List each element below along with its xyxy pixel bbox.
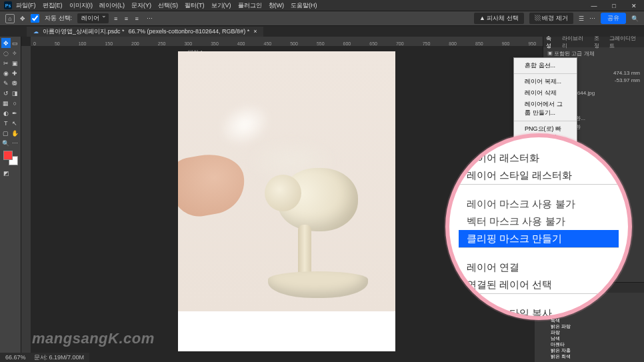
frame-tool[interactable]: ▣ [11, 58, 20, 68]
gradient-tool[interactable]: ▦ [1, 98, 11, 108]
search-icon[interactable]: 🔍 [631, 15, 639, 22]
smart-object-label: ▣ 포함된 고급 개체 [547, 50, 640, 57]
eraser-tool[interactable]: ◨ [11, 88, 20, 98]
main-menubar: Ps 파일(F) 편집(E) 이미지(I) 레이어(L) 문자(Y) 선택(S)… [0, 0, 644, 11]
fan-front-shape [265, 175, 301, 211]
crop-tool[interactable]: ✂ [1, 58, 11, 68]
zoom-level[interactable]: 66.67% [5, 354, 26, 361]
menu-window[interactable]: 창(W) [269, 1, 285, 10]
color-label-item[interactable]: 밝은 회색 [551, 353, 571, 359]
close-button[interactable]: ✕ [624, 0, 644, 11]
lasso-tool[interactable]: ◌ [1, 48, 11, 58]
share-button[interactable]: 공유 [601, 13, 626, 24]
artboard[interactable] [178, 51, 395, 351]
stamp-tool[interactable]: ⛃ [11, 78, 20, 88]
magnified-context-menu: 레이어 래스터화 레이어 스타일 래스터화 레이어 마스크 사용 불가 벡터 마… [445, 133, 632, 320]
blur-tool[interactable]: ○ [11, 98, 20, 108]
marquee-tool[interactable]: ▭ [11, 38, 20, 48]
type-tool[interactable]: T [1, 118, 11, 128]
maximize-button[interactable]: □ [604, 0, 624, 11]
photo-content [178, 51, 395, 311]
auto-select-dropdown[interactable]: 레이어 [77, 13, 109, 23]
mag-create-clipping-mask[interactable]: 클리핑 마스크 만들기 [459, 230, 619, 247]
fan-base-shape [268, 271, 368, 298]
mag-layer-mask-disable[interactable]: 레이어 마스크 사용 불가 [459, 195, 619, 213]
doc-size: 문서: 6.19M/7.00M [34, 353, 85, 362]
remove-bg-button[interactable]: ▧ 배경 제거 [529, 13, 573, 24]
options-bar: ⌂ ✥ 자동 선택: 레이어 ≡ ≡ ≡ ⋯ ▲ 피사체 선택 ▧ 배경 제거 … [0, 11, 644, 26]
status-bar: 66.67% 문서: 6.19M/7.00M [0, 353, 89, 362]
menu-filter[interactable]: 필터(T) [185, 1, 205, 10]
ruler-horizontal: 0501001502002503003504004505005506006507… [31, 37, 543, 46]
mag-vector-mask-disable[interactable]: 벡터 마스크 사용 불가 [459, 213, 619, 230]
tab-close-icon[interactable]: × [253, 28, 257, 35]
home-icon[interactable]: ⌂ [5, 14, 15, 23]
mag-link-layers[interactable]: 레이어 연결 [459, 259, 619, 276]
menu-view[interactable]: 보기(V) [211, 1, 231, 10]
ctx-blend-options[interactable]: 혼합 옵션... [519, 60, 571, 71]
edit-toolbar[interactable]: ⋯ [11, 138, 20, 148]
color-label-item[interactable]: 녹색 [551, 317, 571, 323]
window-controls: — □ ✕ [584, 0, 644, 11]
align-icons[interactable]: ≡ ≡ ≡ [114, 15, 141, 22]
doc-name-2: 66.7% (pexels-cottonbro-8102644, RGB/8#)… [129, 28, 250, 35]
app-icon: Ps [4, 1, 12, 9]
hand-tool[interactable]: ✋ [11, 128, 20, 138]
cloud-icon: ☁ [33, 29, 39, 35]
properties-panel-tabs: 속성 라이브러리 조정 그레이디언트 [543, 37, 644, 47]
pen-tool[interactable]: ✒ [11, 108, 20, 118]
menu-layer[interactable]: 레이어(L) [99, 1, 125, 10]
toolbox: ✥▭ ◌✧ ✂▣ ◉✚ ✎⛃ ↺◨ ▦○ ◐✒ T↖ ▢✋ 🔍⋯ ◩ [0, 37, 21, 362]
dodge-tool[interactable]: ◐ [1, 108, 11, 118]
wand-tool[interactable]: ✧ [11, 48, 20, 58]
color-label-item[interactable]: 파랑 [551, 329, 571, 335]
zoom-tool[interactable]: 🔍 [1, 138, 11, 148]
fan-stem-shape [298, 225, 311, 278]
width-value[interactable]: 474.13 mm [613, 70, 640, 76]
y-value[interactable]: -53.97 mm [615, 77, 640, 83]
color-label-list: 녹색 밝은 파랑 파랑 남색 마젠타 밝은 자홍 밝은 회색 [551, 317, 571, 359]
brush-tool[interactable]: ✎ [1, 78, 11, 88]
auto-select-label: 자동 선택: [45, 14, 72, 23]
document-tab[interactable]: ☁ 아름아영앱_상세페이지.psdc * 66.7% (pexels-cotto… [27, 27, 263, 37]
toolbar-icon-2[interactable]: ⋯ [589, 15, 595, 22]
ctx-duplicate-layer[interactable]: 레이어 복제... [519, 76, 571, 87]
mag-select-linked[interactable]: 연결된 레이어 선택 [459, 276, 619, 293]
menu-help[interactable]: 도움말(H) [291, 1, 317, 10]
watermark-text: mangsangK.com [32, 330, 155, 347]
quick-mask-tool[interactable]: ◩ [1, 168, 11, 178]
minimize-button[interactable]: — [584, 0, 604, 11]
ruler-vertical [21, 46, 31, 362]
move-tool-icon: ✥ [20, 15, 25, 22]
hand-shape [178, 149, 249, 221]
toolbar-icon-1[interactable]: ☰ [579, 15, 584, 22]
menu-edit[interactable]: 편집(E) [43, 1, 63, 10]
mag-rasterize-style[interactable]: 레이어 스타일 래스터화 [459, 167, 619, 184]
shape-tool[interactable]: ▢ [1, 128, 11, 138]
menu-image[interactable]: 이미지(I) [69, 1, 93, 10]
doc-name-1: 아름아영앱_상세페이지.psdc * [43, 27, 125, 36]
foreground-color[interactable] [3, 151, 13, 160]
auto-select-checkbox[interactable] [31, 14, 39, 23]
menu-file[interactable]: 파일(F) [16, 1, 36, 10]
select-subject-button[interactable]: ▲ 피사체 선택 [474, 13, 524, 24]
spot-heal-tool[interactable]: ✚ [11, 68, 20, 78]
ctx-group-from-layer[interactable]: 레이어에서 그룹 만들기... [519, 99, 571, 119]
eyedropper-tool[interactable]: ◉ [1, 68, 11, 78]
history-brush-tool[interactable]: ↺ [1, 88, 11, 98]
color-label-item[interactable]: 남색 [551, 335, 571, 341]
color-swatches[interactable] [3, 151, 18, 165]
menu-plugin[interactable]: 플러그인 [238, 1, 262, 10]
menu-type[interactable]: 문자(Y) [131, 1, 151, 10]
ctx-delete-layer[interactable]: 레이어 삭제 [519, 87, 571, 99]
menu-select[interactable]: 선택(S) [158, 1, 178, 10]
move-tool[interactable]: ✥ [1, 38, 11, 48]
misc-icons[interactable]: ⋯ [147, 15, 153, 22]
color-label-item[interactable]: 밝은 자홍 [551, 347, 571, 353]
color-label-item[interactable]: 밝은 파랑 [551, 323, 571, 329]
path-tool[interactable]: ↖ [11, 118, 20, 128]
color-label-item[interactable]: 마젠타 [551, 341, 571, 347]
mag-rasterize-layer[interactable]: 레이어 래스터화 [459, 149, 619, 167]
